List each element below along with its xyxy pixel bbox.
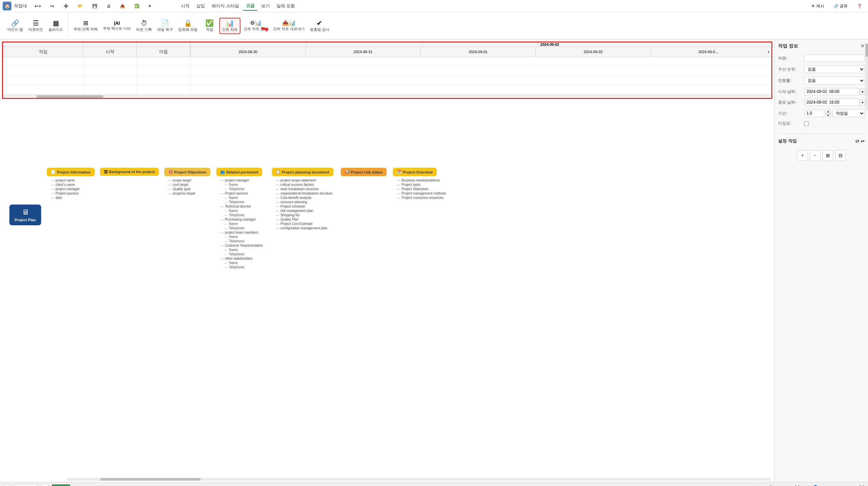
- gantt-start-header-empty: [83, 42, 137, 46]
- branch-header-planning[interactable]: 📋 Project planning document: [272, 168, 333, 176]
- gantt-chart-btn[interactable]: 📊 간트 차트: [219, 18, 240, 34]
- fit-btn[interactable]: 🔍: [769, 485, 774, 486]
- add-page-btn[interactable]: ➕: [62, 3, 70, 9]
- duration-input[interactable]: [804, 110, 824, 117]
- gantt-cell-task-2[interactable]: [3, 66, 83, 75]
- gantt-options-btn[interactable]: ⚙📊 간트 차트 옵션: [242, 19, 270, 33]
- duration-down-btn[interactable]: ▼: [826, 113, 831, 117]
- fullscreen-btn[interactable]: ⛶: [795, 485, 800, 486]
- page-selector[interactable]: Page-1: [14, 484, 38, 486]
- branch-header-personnel[interactable]: 👥 Related personnel: [216, 168, 262, 176]
- branch-item: Project schedule: [276, 204, 333, 208]
- gantt-export-btn[interactable]: 📤📊 간트 차트 내보내기: [271, 19, 307, 33]
- gantt-cell-end-4[interactable]: [137, 85, 190, 94]
- export-btn[interactable]: 📤: [118, 3, 127, 9]
- gantt-cell-start-3[interactable]: [83, 76, 137, 85]
- panel-add-btn[interactable]: ＋: [797, 150, 808, 161]
- save-btn[interactable]: 💾: [90, 3, 99, 9]
- end-date-dropdown[interactable]: ▾: [860, 99, 865, 106]
- mindmap-scrollbar-h[interactable]: [67, 478, 771, 481]
- active-page-tab[interactable]: Page-1: [52, 484, 70, 486]
- gantt-cell-end-1[interactable]: [137, 57, 190, 66]
- section-action-1[interactable]: ⇄: [855, 138, 859, 144]
- more-btn[interactable]: ▾: [147, 3, 153, 9]
- gantt-cell-end-3[interactable]: [137, 76, 190, 85]
- gantt-area[interactable]: 2024-09-02 작업 시작 마침 2024-08-30 2024-08-3…: [2, 41, 772, 99]
- share-btn[interactable]: 🔗 공유: [830, 2, 851, 10]
- panel-list-btn[interactable]: ⊟: [835, 150, 846, 161]
- panel-remove-btn[interactable]: －: [810, 150, 820, 161]
- gantt-cell-task-1[interactable]: [3, 57, 83, 66]
- branch-item: project manager: [220, 178, 263, 183]
- zoom-out-btn[interactable]: －: [803, 485, 808, 486]
- branch-header-background[interactable]: 🖼 Background of the project: [100, 168, 159, 176]
- encrypt-btn[interactable]: 🔒 암호화 파일: [176, 19, 199, 33]
- resource-input[interactable]: [804, 55, 865, 62]
- gantt-cell-task-3[interactable]: [3, 76, 83, 85]
- redo-btn[interactable]: ↪: [48, 3, 56, 9]
- help-btn[interactable]: ❓: [854, 2, 865, 10]
- end-date-input[interactable]: [804, 99, 859, 106]
- print-btn[interactable]: 🖨: [105, 3, 113, 9]
- post-btn[interactable]: ✈ 게시: [808, 2, 827, 10]
- milestone-checkbox[interactable]: [804, 121, 809, 126]
- version-btn[interactable]: ⏱ 버전 기록: [134, 19, 154, 33]
- fit-all-btn[interactable]: ⛶: [859, 485, 864, 486]
- mindmap-canvas[interactable]: 🖥 Project Plan 📄 Project information pro…: [0, 101, 774, 482]
- zoom-in-btn[interactable]: ＋: [838, 485, 842, 486]
- panel-scrollbar[interactable]: [865, 43, 868, 110]
- section-action-2[interactable]: ⇌: [861, 138, 865, 144]
- gantt-cell-start-1[interactable]: [83, 57, 137, 66]
- root-node[interactable]: 🖥 Project Plan: [9, 204, 41, 225]
- gantt-cell-end-2[interactable]: [137, 66, 190, 75]
- menu-insert[interactable]: 삽입: [194, 1, 208, 11]
- file-restore-btn[interactable]: 📄 파일 복구: [155, 19, 175, 33]
- menu-all-include[interactable]: 일체 포함: [274, 1, 298, 11]
- menu-page-style[interactable]: 페이지 스타일: [209, 1, 242, 11]
- gantt-nav-arrow[interactable]: ›: [766, 47, 771, 57]
- branch-item: resource planning: [276, 200, 333, 204]
- gantt-end-col-label: 마침: [137, 47, 190, 57]
- checkmark-btn[interactable]: ✅: [132, 3, 142, 9]
- outline-btn[interactable]: ☰ 아웃라인: [26, 19, 45, 33]
- priority-select[interactable]: 없음 낮음 중간 높음: [804, 65, 865, 73]
- topic-margin-btn[interactable]: ⊞ 주제 안쪽 여백: [71, 19, 100, 33]
- open-btn[interactable]: 📂: [76, 3, 85, 9]
- task-btn[interactable]: ✅ 작업: [201, 19, 218, 33]
- menu-advanced[interactable]: 고급: [243, 1, 257, 11]
- panel-grid-btn[interactable]: ⊞: [823, 150, 833, 161]
- duration-up-btn[interactable]: ▲: [826, 109, 831, 113]
- gantt-body[interactable]: [3, 57, 771, 95]
- start-date-input[interactable]: [804, 88, 859, 95]
- duration-unit-select[interactable]: 작업일 시간 분: [832, 109, 865, 117]
- layout-btn-1[interactable]: ⊞: [778, 485, 782, 486]
- toggle-panel-btn[interactable]: □: [4, 485, 11, 486]
- gantt-cell-start-2[interactable]: [83, 66, 137, 75]
- branch-header-project-information[interactable]: 📄 Project information: [47, 168, 95, 176]
- menu-start[interactable]: 시작: [178, 1, 192, 11]
- gantt-scrollbar[interactable]: [3, 95, 771, 98]
- layout-btn-2[interactable]: ▣: [786, 485, 791, 486]
- progress-select[interactable]: 없음 0% 25% 50% 75% 100%: [804, 76, 865, 85]
- spellcheck-btn[interactable]: ✔ 맞춤법 검사: [308, 19, 331, 33]
- menu-view[interactable]: 보기: [258, 1, 273, 11]
- section-label: 설정 작업: [778, 138, 797, 144]
- gantt-header-row2: 작업 시작 마침 2024-08-30 2024-08-31 2024-09-0…: [3, 47, 771, 57]
- page-dropdown[interactable]: Page-1: [14, 484, 38, 486]
- undo-btn[interactable]: ↩ ▾: [32, 3, 43, 9]
- start-date-dropdown[interactable]: ▾: [860, 89, 865, 95]
- gantt-cell-start-4[interactable]: [83, 85, 137, 94]
- branch-subitem: Name: [220, 261, 263, 265]
- panel-close-btn[interactable]: ✕: [860, 43, 865, 49]
- mindmap-btn[interactable]: 🔗 마인드 맵: [5, 19, 25, 33]
- topic-text-btn[interactable]: |AI 주제 텍스트 너비: [101, 20, 133, 32]
- branch-header-objectives[interactable]: 🎯 Project Objectives: [164, 168, 210, 176]
- slide-btn[interactable]: ▦ 슬라이드: [46, 19, 65, 33]
- add-page-btn-status[interactable]: +: [41, 484, 49, 486]
- branch-header-overview[interactable]: 📅 Project Overview: [393, 168, 437, 176]
- branch-header-risk[interactable]: 📢 Project risk status: [341, 168, 386, 176]
- gantt-cell-task-4[interactable]: [3, 85, 83, 94]
- app-title[interactable]: 작업대: [14, 3, 27, 9]
- branch-label-7: Project Overview: [403, 170, 433, 174]
- zoom-slider[interactable]: [809, 485, 836, 486]
